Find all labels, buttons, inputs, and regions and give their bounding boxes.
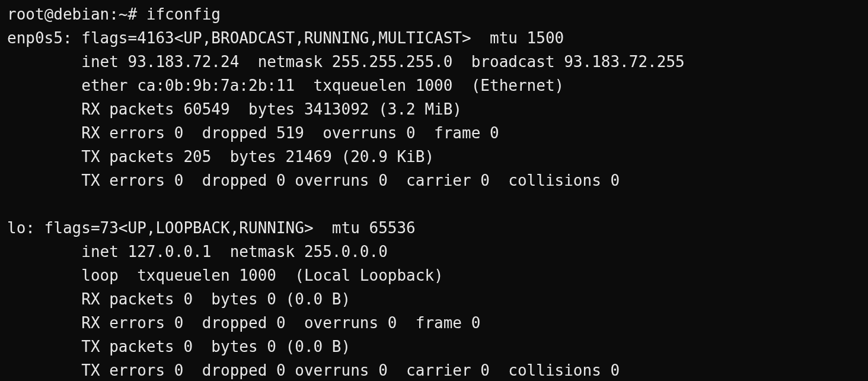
terminal-output[interactable]: root@debian:~# ifconfig enp0s5: flags=41…: [0, 0, 868, 381]
if-lo-rx-packets: RX packets 0 bytes 0 (0.0 B): [7, 290, 350, 308]
if-enp0s5-link: ether ca:0b:9b:7a:2b:11 txqueuelen 1000 …: [7, 77, 564, 94]
if-enp0s5-rx-errors: RX errors 0 dropped 519 overruns 0 frame…: [7, 124, 499, 142]
shell-prompt-line: root@debian:~# ifconfig: [7, 5, 221, 23]
if-enp0s5-header: enp0s5: flags=4163<UP,BROADCAST,RUNNING,…: [7, 29, 564, 47]
if-lo-header: lo: flags=73<UP,LOOPBACK,RUNNING> mtu 65…: [7, 219, 416, 237]
if-lo-link: loop txqueuelen 1000 (Local Loopback): [7, 266, 443, 284]
if-enp0s5-tx-errors: TX errors 0 dropped 0 overruns 0 carrier…: [7, 172, 620, 189]
if-enp0s5-tx-packets: TX packets 205 bytes 21469 (20.9 KiB): [7, 148, 434, 166]
if-lo-tx-packets: TX packets 0 bytes 0 (0.0 B): [7, 338, 350, 355]
if-enp0s5-rx-packets: RX packets 60549 bytes 3413092 (3.2 MiB): [7, 100, 462, 118]
if-lo-rx-errors: RX errors 0 dropped 0 overruns 0 frame 0: [7, 314, 480, 332]
if-lo-inet: inet 127.0.0.1 netmask 255.0.0.0: [7, 243, 388, 261]
if-lo-tx-errors: TX errors 0 dropped 0 overruns 0 carrier…: [7, 361, 620, 379]
if-enp0s5-inet: inet 93.183.72.24 netmask 255.255.255.0 …: [7, 53, 685, 71]
